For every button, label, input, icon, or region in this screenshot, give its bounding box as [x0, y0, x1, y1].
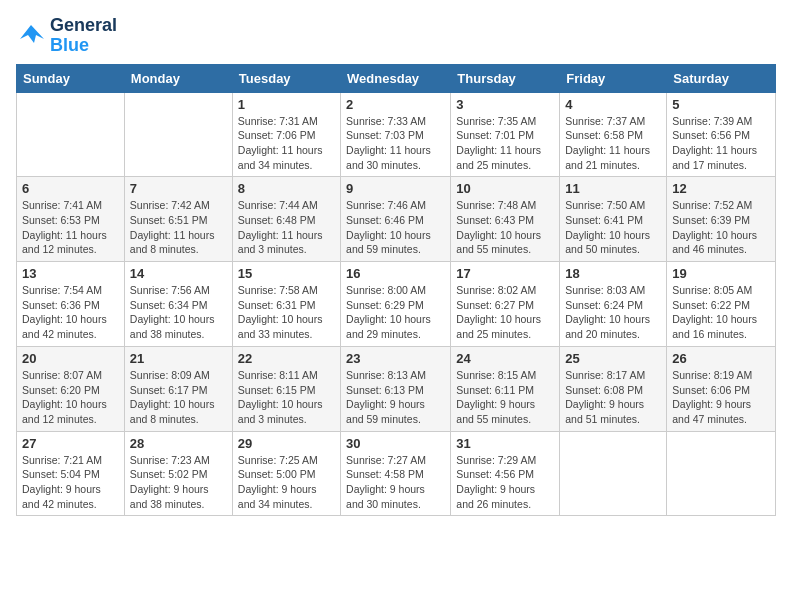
day-info: Sunrise: 7:44 AM Sunset: 6:48 PM Dayligh…: [238, 198, 335, 257]
day-info: Sunrise: 7:39 AM Sunset: 6:56 PM Dayligh…: [672, 114, 770, 173]
calendar-cell: 3Sunrise: 7:35 AM Sunset: 7:01 PM Daylig…: [451, 92, 560, 177]
calendar-header-row: SundayMondayTuesdayWednesdayThursdayFrid…: [17, 64, 776, 92]
day-number: 10: [456, 181, 554, 196]
day-number: 1: [238, 97, 335, 112]
day-info: Sunrise: 8:05 AM Sunset: 6:22 PM Dayligh…: [672, 283, 770, 342]
calendar-cell: 8Sunrise: 7:44 AM Sunset: 6:48 PM Daylig…: [232, 177, 340, 262]
day-number: 17: [456, 266, 554, 281]
weekday-header-sunday: Sunday: [17, 64, 125, 92]
calendar-cell: 22Sunrise: 8:11 AM Sunset: 6:15 PM Dayli…: [232, 346, 340, 431]
calendar-cell: 26Sunrise: 8:19 AM Sunset: 6:06 PM Dayli…: [667, 346, 776, 431]
day-info: Sunrise: 8:09 AM Sunset: 6:17 PM Dayligh…: [130, 368, 227, 427]
calendar-cell: 11Sunrise: 7:50 AM Sunset: 6:41 PM Dayli…: [560, 177, 667, 262]
day-number: 22: [238, 351, 335, 366]
weekday-header-saturday: Saturday: [667, 64, 776, 92]
day-number: 30: [346, 436, 445, 451]
calendar-cell: [17, 92, 125, 177]
day-number: 27: [22, 436, 119, 451]
day-info: Sunrise: 7:37 AM Sunset: 6:58 PM Dayligh…: [565, 114, 661, 173]
logo-bird-icon: [16, 21, 46, 51]
day-number: 3: [456, 97, 554, 112]
day-number: 19: [672, 266, 770, 281]
day-info: Sunrise: 7:41 AM Sunset: 6:53 PM Dayligh…: [22, 198, 119, 257]
calendar-cell: 5Sunrise: 7:39 AM Sunset: 6:56 PM Daylig…: [667, 92, 776, 177]
calendar-week-row: 27Sunrise: 7:21 AM Sunset: 5:04 PM Dayli…: [17, 431, 776, 516]
day-number: 12: [672, 181, 770, 196]
calendar-week-row: 20Sunrise: 8:07 AM Sunset: 6:20 PM Dayli…: [17, 346, 776, 431]
calendar-week-row: 13Sunrise: 7:54 AM Sunset: 6:36 PM Dayli…: [17, 262, 776, 347]
calendar-cell: 18Sunrise: 8:03 AM Sunset: 6:24 PM Dayli…: [560, 262, 667, 347]
day-number: 21: [130, 351, 227, 366]
calendar-cell: 10Sunrise: 7:48 AM Sunset: 6:43 PM Dayli…: [451, 177, 560, 262]
calendar-week-row: 6Sunrise: 7:41 AM Sunset: 6:53 PM Daylig…: [17, 177, 776, 262]
calendar-cell: 29Sunrise: 7:25 AM Sunset: 5:00 PM Dayli…: [232, 431, 340, 516]
day-info: Sunrise: 7:54 AM Sunset: 6:36 PM Dayligh…: [22, 283, 119, 342]
calendar-cell: 21Sunrise: 8:09 AM Sunset: 6:17 PM Dayli…: [124, 346, 232, 431]
day-info: Sunrise: 7:58 AM Sunset: 6:31 PM Dayligh…: [238, 283, 335, 342]
calendar-cell: 20Sunrise: 8:07 AM Sunset: 6:20 PM Dayli…: [17, 346, 125, 431]
weekday-header-monday: Monday: [124, 64, 232, 92]
calendar-cell: 14Sunrise: 7:56 AM Sunset: 6:34 PM Dayli…: [124, 262, 232, 347]
day-info: Sunrise: 7:50 AM Sunset: 6:41 PM Dayligh…: [565, 198, 661, 257]
day-number: 8: [238, 181, 335, 196]
calendar-cell: 2Sunrise: 7:33 AM Sunset: 7:03 PM Daylig…: [341, 92, 451, 177]
weekday-header-thursday: Thursday: [451, 64, 560, 92]
day-number: 6: [22, 181, 119, 196]
day-number: 26: [672, 351, 770, 366]
svg-marker-0: [20, 25, 44, 43]
calendar-cell: 31Sunrise: 7:29 AM Sunset: 4:56 PM Dayli…: [451, 431, 560, 516]
day-info: Sunrise: 7:56 AM Sunset: 6:34 PM Dayligh…: [130, 283, 227, 342]
day-info: Sunrise: 7:31 AM Sunset: 7:06 PM Dayligh…: [238, 114, 335, 173]
calendar-cell: 4Sunrise: 7:37 AM Sunset: 6:58 PM Daylig…: [560, 92, 667, 177]
day-number: 14: [130, 266, 227, 281]
day-info: Sunrise: 7:25 AM Sunset: 5:00 PM Dayligh…: [238, 453, 335, 512]
day-number: 29: [238, 436, 335, 451]
calendar-cell: 27Sunrise: 7:21 AM Sunset: 5:04 PM Dayli…: [17, 431, 125, 516]
logo: GeneralBlue: [16, 16, 117, 56]
day-number: 15: [238, 266, 335, 281]
day-info: Sunrise: 7:33 AM Sunset: 7:03 PM Dayligh…: [346, 114, 445, 173]
calendar-cell: 7Sunrise: 7:42 AM Sunset: 6:51 PM Daylig…: [124, 177, 232, 262]
calendar-cell: [667, 431, 776, 516]
weekday-header-friday: Friday: [560, 64, 667, 92]
calendar-cell: 23Sunrise: 8:13 AM Sunset: 6:13 PM Dayli…: [341, 346, 451, 431]
day-number: 20: [22, 351, 119, 366]
day-number: 31: [456, 436, 554, 451]
calendar-cell: 13Sunrise: 7:54 AM Sunset: 6:36 PM Dayli…: [17, 262, 125, 347]
calendar-cell: 19Sunrise: 8:05 AM Sunset: 6:22 PM Dayli…: [667, 262, 776, 347]
day-info: Sunrise: 7:27 AM Sunset: 4:58 PM Dayligh…: [346, 453, 445, 512]
calendar-cell: 16Sunrise: 8:00 AM Sunset: 6:29 PM Dayli…: [341, 262, 451, 347]
day-number: 28: [130, 436, 227, 451]
calendar-cell: 17Sunrise: 8:02 AM Sunset: 6:27 PM Dayli…: [451, 262, 560, 347]
day-info: Sunrise: 7:46 AM Sunset: 6:46 PM Dayligh…: [346, 198, 445, 257]
day-info: Sunrise: 7:21 AM Sunset: 5:04 PM Dayligh…: [22, 453, 119, 512]
day-info: Sunrise: 8:00 AM Sunset: 6:29 PM Dayligh…: [346, 283, 445, 342]
calendar-cell: 1Sunrise: 7:31 AM Sunset: 7:06 PM Daylig…: [232, 92, 340, 177]
day-number: 18: [565, 266, 661, 281]
logo-text: GeneralBlue: [50, 16, 117, 56]
day-info: Sunrise: 8:17 AM Sunset: 6:08 PM Dayligh…: [565, 368, 661, 427]
day-number: 7: [130, 181, 227, 196]
day-info: Sunrise: 8:03 AM Sunset: 6:24 PM Dayligh…: [565, 283, 661, 342]
day-info: Sunrise: 8:07 AM Sunset: 6:20 PM Dayligh…: [22, 368, 119, 427]
calendar-cell: 15Sunrise: 7:58 AM Sunset: 6:31 PM Dayli…: [232, 262, 340, 347]
day-number: 11: [565, 181, 661, 196]
calendar-cell: 12Sunrise: 7:52 AM Sunset: 6:39 PM Dayli…: [667, 177, 776, 262]
day-number: 4: [565, 97, 661, 112]
calendar-cell: 30Sunrise: 7:27 AM Sunset: 4:58 PM Dayli…: [341, 431, 451, 516]
calendar-cell: [124, 92, 232, 177]
day-number: 5: [672, 97, 770, 112]
calendar-cell: [560, 431, 667, 516]
day-info: Sunrise: 8:19 AM Sunset: 6:06 PM Dayligh…: [672, 368, 770, 427]
weekday-header-wednesday: Wednesday: [341, 64, 451, 92]
day-info: Sunrise: 7:52 AM Sunset: 6:39 PM Dayligh…: [672, 198, 770, 257]
calendar-cell: 6Sunrise: 7:41 AM Sunset: 6:53 PM Daylig…: [17, 177, 125, 262]
day-info: Sunrise: 7:23 AM Sunset: 5:02 PM Dayligh…: [130, 453, 227, 512]
calendar-cell: 25Sunrise: 8:17 AM Sunset: 6:08 PM Dayli…: [560, 346, 667, 431]
day-number: 9: [346, 181, 445, 196]
day-info: Sunrise: 8:15 AM Sunset: 6:11 PM Dayligh…: [456, 368, 554, 427]
header: GeneralBlue: [16, 16, 776, 56]
day-number: 2: [346, 97, 445, 112]
day-info: Sunrise: 8:02 AM Sunset: 6:27 PM Dayligh…: [456, 283, 554, 342]
day-number: 24: [456, 351, 554, 366]
